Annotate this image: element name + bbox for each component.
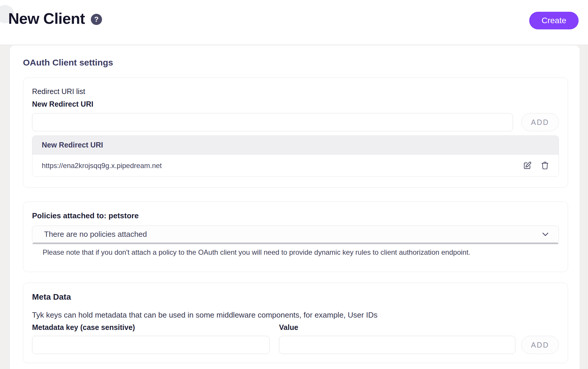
edit-icon[interactable]	[522, 161, 532, 171]
create-button[interactable]: Create	[529, 12, 579, 29]
metadata-key-input[interactable]	[32, 336, 270, 354]
metadata-inputs-row: ADD	[32, 336, 559, 354]
redirect-uri-table-header: New Redirect URI	[32, 136, 559, 155]
help-icon[interactable]: ?	[91, 14, 102, 25]
row-actions	[522, 161, 550, 171]
policies-select[interactable]: There are no policies attached	[32, 226, 559, 243]
redirect-uri-list-label: Redirect URI list	[32, 87, 559, 96]
chevron-down-icon	[540, 229, 550, 239]
policies-card: Policies attached to: petstore There are…	[23, 202, 568, 272]
page-title: New Client	[8, 10, 85, 27]
policy-note: Please note that if you don't attach a p…	[32, 248, 559, 256]
policies-select-wrap: There are no policies attached	[32, 226, 559, 244]
section-heading: OAuth Client settings	[23, 58, 568, 68]
metadata-add-button[interactable]: ADD	[521, 336, 559, 354]
new-redirect-uri-label: New Redirect URI	[32, 100, 559, 108]
redirect-uri-card: Redirect URI list New Redirect URI ADD N…	[23, 78, 568, 188]
content-panel: OAuth Client settings Redirect URI list …	[9, 45, 580, 369]
select-underbar	[33, 243, 558, 244]
redirect-uri-value: https://ena2krojsqq9g.x.pipedream.net	[42, 162, 522, 170]
redirect-uri-add-button[interactable]: ADD	[521, 113, 559, 131]
metadata-value-label: Value	[279, 323, 298, 332]
policies-select-value: There are no policies attached	[44, 230, 540, 239]
main-area: OAuth Client settings Redirect URI list …	[0, 45, 588, 369]
metadata-description: Tyk keys can hold metadata that can be u…	[32, 311, 559, 320]
metadata-key-label: Metadata key (case sensitive)	[32, 323, 279, 332]
delete-icon[interactable]	[540, 161, 550, 171]
redirect-uri-table: New Redirect URI https://ena2krojsqq9g.x…	[32, 135, 559, 177]
metadata-value-input[interactable]	[279, 336, 515, 354]
metadata-title: Meta Data	[32, 292, 559, 302]
redirect-uri-input[interactable]	[32, 113, 513, 131]
page-header: New Client ? Create	[0, 0, 588, 45]
metadata-card: Meta Data Tyk keys can hold metadata tha…	[23, 283, 568, 363]
title-row: New Client ?	[8, 10, 102, 27]
policies-title: Policies attached to: petstore	[32, 211, 559, 220]
right-edge-divider	[586, 45, 586, 369]
metadata-labels-row: Metadata key (case sensitive) Value	[32, 323, 559, 332]
redirect-uri-input-row: ADD	[32, 113, 559, 131]
table-row: https://ena2krojsqq9g.x.pipedream.net	[32, 155, 559, 177]
